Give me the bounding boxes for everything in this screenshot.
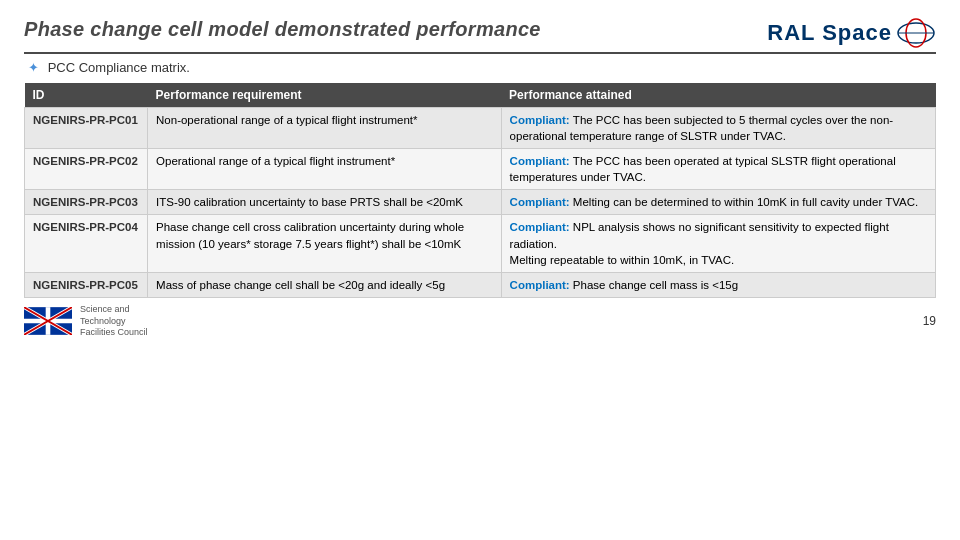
compliant-label: Compliant: xyxy=(510,221,573,233)
cell-requirement: ITS-90 calibration uncertainty to base P… xyxy=(148,190,502,215)
footer-logos: Science and Technology Facilities Counci… xyxy=(24,304,148,339)
cell-requirement: Operational range of a typical flight in… xyxy=(148,149,502,190)
footer: Science and Technology Facilities Counci… xyxy=(24,304,936,339)
cell-requirement: Phase change cell cross calibration unce… xyxy=(148,215,502,272)
cell-id: NGENIRS-PR-PC04 xyxy=(25,215,148,272)
header: Phase change cell model demonstrated per… xyxy=(24,18,936,48)
col-header-id: ID xyxy=(25,83,148,108)
cell-attained: Compliant: Phase change cell mass is <15… xyxy=(501,272,935,297)
compliant-label: Compliant: xyxy=(510,155,573,167)
ral-space-logo-icon xyxy=(896,18,936,48)
uk-logo-icon xyxy=(24,307,72,335)
cell-attained: Compliant: Melting can be determined to … xyxy=(501,190,935,215)
cell-attained: Compliant: The PCC has been operated at … xyxy=(501,149,935,190)
subtitle-text: PCC Compliance matrix. xyxy=(48,60,190,75)
page-number: 19 xyxy=(923,314,936,328)
cell-requirement: Mass of phase change cell shall be <20g … xyxy=(148,272,502,297)
table-row: NGENIRS-PR-PC04Phase change cell cross c… xyxy=(25,215,936,272)
cell-id: NGENIRS-PR-PC03 xyxy=(25,190,148,215)
stfc-line3: Facilities Council xyxy=(80,327,148,339)
table-row: NGENIRS-PR-PC01Non-operational range of … xyxy=(25,108,936,149)
compliant-label: Compliant: xyxy=(510,279,573,291)
compliant-label: Compliant: xyxy=(510,114,573,126)
page-title: Phase change cell model demonstrated per… xyxy=(24,18,541,41)
cell-attained: Compliant: NPL analysis shows no signifi… xyxy=(501,215,935,272)
stfc-line1: Science and xyxy=(80,304,148,316)
table-row: NGENIRS-PR-PC05Mass of phase change cell… xyxy=(25,272,936,297)
compliance-table: ID Performance requirement Performance a… xyxy=(24,83,936,298)
header-divider xyxy=(24,52,936,54)
logo-text: RAL Space xyxy=(767,20,892,46)
compliant-label: Compliant: xyxy=(510,196,573,208)
col-header-attained: Performance attained xyxy=(501,83,935,108)
table-body: NGENIRS-PR-PC01Non-operational range of … xyxy=(25,108,936,298)
table-header: ID Performance requirement Performance a… xyxy=(25,83,936,108)
stfc-line2: Technology xyxy=(80,316,148,328)
stfc-text: Science and Technology Facilities Counci… xyxy=(80,304,148,339)
col-header-requirement: Performance requirement xyxy=(148,83,502,108)
cell-requirement: Non-operational range of a typical fligh… xyxy=(148,108,502,149)
cell-id: NGENIRS-PR-PC02 xyxy=(25,149,148,190)
cell-id: NGENIRS-PR-PC01 xyxy=(25,108,148,149)
page: Phase change cell model demonstrated per… xyxy=(0,0,960,540)
subtitle-row: ✦ PCC Compliance matrix. xyxy=(28,60,936,75)
table-row: NGENIRS-PR-PC03ITS-90 calibration uncert… xyxy=(25,190,936,215)
cell-id: NGENIRS-PR-PC05 xyxy=(25,272,148,297)
table-header-row: ID Performance requirement Performance a… xyxy=(25,83,936,108)
cell-attained: Compliant: The PCC has been subjected to… xyxy=(501,108,935,149)
table-row: NGENIRS-PR-PC02Operational range of a ty… xyxy=(25,149,936,190)
logo-area: RAL Space xyxy=(767,18,936,48)
arrow-icon: ✦ xyxy=(28,60,39,75)
